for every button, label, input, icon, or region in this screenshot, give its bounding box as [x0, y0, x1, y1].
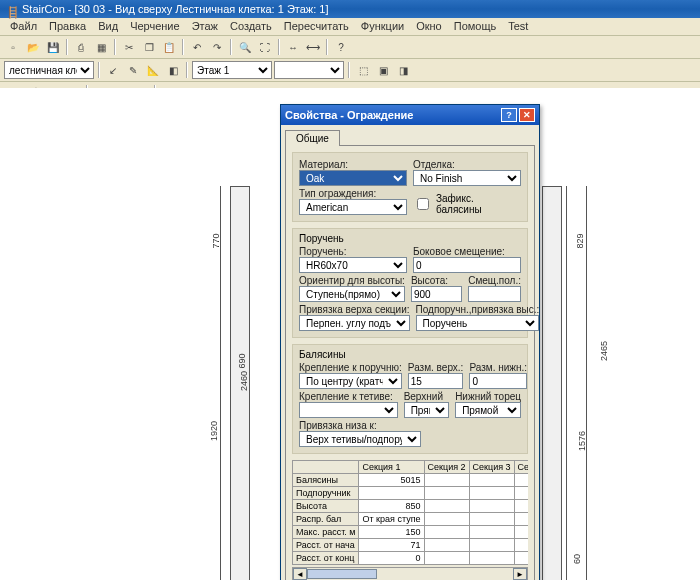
tool-d-icon[interactable]: ◧: [164, 61, 182, 79]
handrail-select[interactable]: HR60x70: [299, 257, 407, 273]
copy-icon[interactable]: ❐: [140, 38, 158, 56]
tab-general[interactable]: Общие: [285, 130, 340, 146]
menu-file[interactable]: Файл: [4, 18, 43, 35]
help-icon[interactable]: ?: [332, 38, 350, 56]
open-icon[interactable]: 📂: [24, 38, 42, 56]
table-cell[interactable]: [514, 552, 528, 565]
menu-window[interactable]: Окно: [410, 18, 448, 35]
subrail-select[interactable]: Поручень: [416, 315, 540, 331]
table-cell[interactable]: [514, 500, 528, 513]
table-cell[interactable]: [469, 487, 514, 500]
menu-help[interactable]: Помощь: [448, 18, 503, 35]
dim-icon[interactable]: ↔: [284, 38, 302, 56]
dialog-titlebar[interactable]: Свойства - Ограждение ? ✕: [281, 105, 539, 125]
view3d-icon[interactable]: ⬚: [354, 61, 372, 79]
table-cell[interactable]: [359, 487, 424, 500]
menu-view[interactable]: Вид: [92, 18, 124, 35]
tool-c-icon[interactable]: 📐: [144, 61, 162, 79]
table-col-header[interactable]: [293, 461, 359, 474]
undo-icon[interactable]: ↶: [188, 38, 206, 56]
sections-table[interactable]: Секция 1Секция 2Секция 3Сек Балясины5015…: [292, 460, 528, 565]
dialog-close-button[interactable]: ✕: [519, 108, 535, 122]
new-icon[interactable]: ▫: [4, 38, 22, 56]
menu-recalc[interactable]: Пересчитать: [278, 18, 355, 35]
table-row[interactable]: Высота850: [293, 500, 529, 513]
table-row[interactable]: Расст. от конц0: [293, 552, 529, 565]
redo-icon[interactable]: ↷: [208, 38, 226, 56]
menu-draw[interactable]: Черчение: [124, 18, 186, 35]
table-row[interactable]: Подпоручник: [293, 487, 529, 500]
table-cell[interactable]: [514, 526, 528, 539]
menu-test[interactable]: Test: [502, 18, 534, 35]
table-cell[interactable]: 150: [359, 526, 424, 539]
table-row[interactable]: Балясины5015: [293, 474, 529, 487]
rail-attach-select[interactable]: По центру (кратчайшее ⌄: [299, 373, 402, 389]
preview-icon[interactable]: ▦: [92, 38, 110, 56]
zoom-icon[interactable]: 🔍: [236, 38, 254, 56]
table-cell[interactable]: [469, 552, 514, 565]
table-cell[interactable]: 850: [359, 500, 424, 513]
table-cell[interactable]: [514, 513, 528, 526]
scroll-right-icon[interactable]: ►: [513, 568, 527, 580]
dialog-help-button[interactable]: ?: [501, 108, 517, 122]
floor-combo[interactable]: Этаж 1: [192, 61, 272, 79]
table-cell[interactable]: [469, 500, 514, 513]
dim2-icon[interactable]: ⟷: [304, 38, 322, 56]
zoomfit-icon[interactable]: ⛶: [256, 38, 274, 56]
table-cell[interactable]: [469, 526, 514, 539]
cut-icon[interactable]: ✂: [120, 38, 138, 56]
menu-floor[interactable]: Этаж: [186, 18, 224, 35]
table-cell[interactable]: 71: [359, 539, 424, 552]
scroll-thumb[interactable]: [307, 569, 377, 579]
print-icon[interactable]: ⎙: [72, 38, 90, 56]
top-bind-select[interactable]: Перпен. углу подъема ⌄: [299, 315, 410, 331]
material-select[interactable]: Oak: [299, 170, 407, 186]
table-cell[interactable]: [424, 552, 469, 565]
table-row[interactable]: Распр. балОт края ступе: [293, 513, 529, 526]
table-cell[interactable]: [424, 539, 469, 552]
menu-func[interactable]: Функции: [355, 18, 410, 35]
finish-select[interactable]: No Finish: [413, 170, 521, 186]
table-cell[interactable]: [514, 474, 528, 487]
upper-end-select[interactable]: Прямой: [404, 402, 450, 418]
table-col-header[interactable]: Секция 3: [469, 461, 514, 474]
table-cell[interactable]: [469, 474, 514, 487]
top-size-field[interactable]: [408, 373, 464, 389]
table-cell[interactable]: [424, 526, 469, 539]
paste-icon[interactable]: 📋: [160, 38, 178, 56]
table-cell[interactable]: [424, 513, 469, 526]
table-cell[interactable]: [514, 487, 528, 500]
stairwell-combo[interactable]: лестничная клетк: [4, 61, 94, 79]
table-cell[interactable]: 5015: [359, 474, 424, 487]
table-cell[interactable]: [469, 539, 514, 552]
aux-combo[interactable]: [274, 61, 344, 79]
tool-b-icon[interactable]: ✎: [124, 61, 142, 79]
side-offset-field[interactable]: [413, 257, 521, 273]
height-field[interactable]: [411, 286, 462, 302]
menu-edit[interactable]: Правка: [43, 18, 92, 35]
bot-size-field[interactable]: [469, 373, 527, 389]
height-ref-select[interactable]: Ступень(прямо): [299, 286, 405, 302]
save-icon[interactable]: 💾: [44, 38, 62, 56]
table-cell[interactable]: От края ступе: [359, 513, 424, 526]
table-row[interactable]: Расст. от нача71: [293, 539, 529, 552]
table-cell[interactable]: 0: [359, 552, 424, 565]
table-col-header[interactable]: Секция 1: [359, 461, 424, 474]
table-cell[interactable]: [424, 487, 469, 500]
table-hscroll[interactable]: ◄ ►: [292, 567, 528, 580]
table-cell[interactable]: [469, 513, 514, 526]
lower-end-select[interactable]: Прямой: [455, 402, 521, 418]
rail-type-select[interactable]: American: [299, 199, 407, 215]
table-col-header[interactable]: Секция 2: [424, 461, 469, 474]
viewtop-icon[interactable]: ▣: [374, 61, 392, 79]
tool-a-icon[interactable]: ↙: [104, 61, 122, 79]
table-col-header[interactable]: Сек: [514, 461, 528, 474]
table-cell[interactable]: [424, 474, 469, 487]
bottom-bind-select[interactable]: Верх тетивы/подпоручн: [299, 431, 421, 447]
table-row[interactable]: Макс. расст. м150: [293, 526, 529, 539]
string-attach-select[interactable]: [299, 402, 398, 418]
fix-balusters-checkbox[interactable]: Зафикс. балясины: [413, 193, 521, 215]
table-cell[interactable]: [514, 539, 528, 552]
table-cell[interactable]: [424, 500, 469, 513]
floor-offset-field[interactable]: [468, 286, 521, 302]
